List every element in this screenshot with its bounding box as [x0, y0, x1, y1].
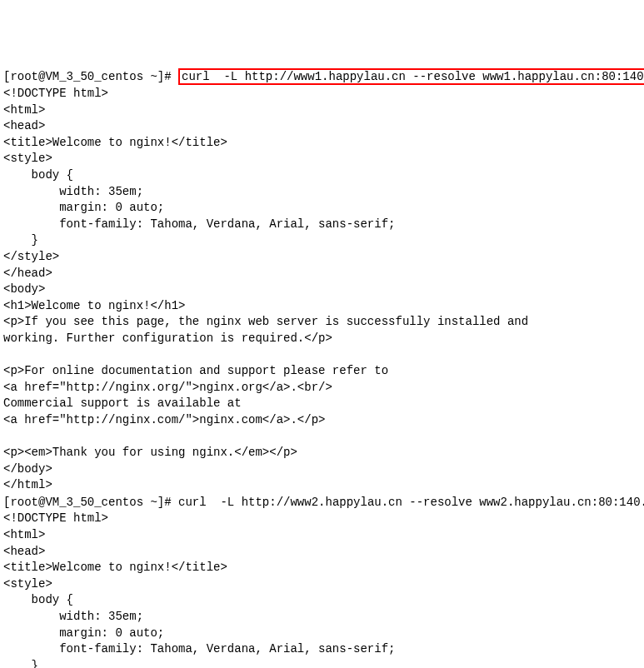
output-p2-1: <p>For online documentation and support … [3, 364, 388, 377]
output-doctype-1: <!DOCTYPE html> [3, 87, 108, 100]
output-style-brace-2: } [3, 659, 38, 668]
output-style-margin-1: margin: 0 auto; [3, 201, 164, 214]
output-p1b-1: working. Further configuration is requir… [3, 332, 332, 345]
curl-command-1: curl -L http://www1.happylau.cn --resolv… [182, 70, 644, 83]
output-title-2: <title>Welcome to nginx!</title> [3, 561, 227, 574]
output-style-open-2: <style> [3, 577, 52, 591]
output-style-close-1: </style> [3, 250, 59, 263]
output-doctype-2: <!DOCTYPE html> [3, 511, 108, 525]
output-head-close-1: </head> [3, 267, 52, 280]
output-style-open-1: <style> [3, 152, 52, 165]
output-style-body-2: body { [3, 593, 73, 606]
output-style-body-1: body { [3, 168, 73, 182]
highlighted-command-1: curl -L http://www1.happylau.cn --resolv… [178, 68, 644, 85]
output-title-1: <title>Welcome to nginx!</title> [3, 136, 227, 149]
output-body-close-1: </body> [3, 462, 52, 476]
output-html-close-1: </html> [3, 478, 52, 491]
output-style-margin-2: margin: 0 auto; [3, 626, 164, 640]
output-style-width-1: width: 35em; [3, 185, 143, 198]
output-p3-1: Commercial support is available at [3, 396, 242, 410]
output-body-open-1: <body> [3, 282, 45, 296]
curl-command-2: curl -L http://www2.happylau.cn --resolv… [178, 496, 644, 509]
terminal-prompt-2: [root@VM_3_50_centos ~]# [3, 496, 178, 509]
output-p1a-1: <p>If you see this page, the nginx web s… [3, 315, 528, 328]
output-style-font-1: font-family: Tahoma, Verdana, Arial, san… [3, 217, 395, 231]
output-style-brace-1: } [3, 233, 38, 247]
output-style-font-2: font-family: Tahoma, Verdana, Arial, san… [3, 642, 395, 656]
output-h1-1: <h1>Welcome to nginx!</h1> [3, 299, 185, 312]
output-thank-1: <p><em>Thank you for using nginx.</em></… [3, 446, 297, 459]
output-head-open-1: <head> [3, 119, 45, 132]
terminal-prompt-1: [root@VM_3_50_centos ~]# [3, 70, 178, 83]
output-link2-1: <a href="http://nginx.com/">nginx.com</a… [3, 413, 325, 426]
output-link1-1: <a href="http://nginx.org/">nginx.org</a… [3, 381, 332, 394]
output-html-open-2: <html> [3, 528, 45, 541]
output-head-open-2: <head> [3, 545, 45, 558]
output-html-open-1: <html> [3, 103, 45, 117]
output-style-width-2: width: 35em; [3, 610, 143, 623]
